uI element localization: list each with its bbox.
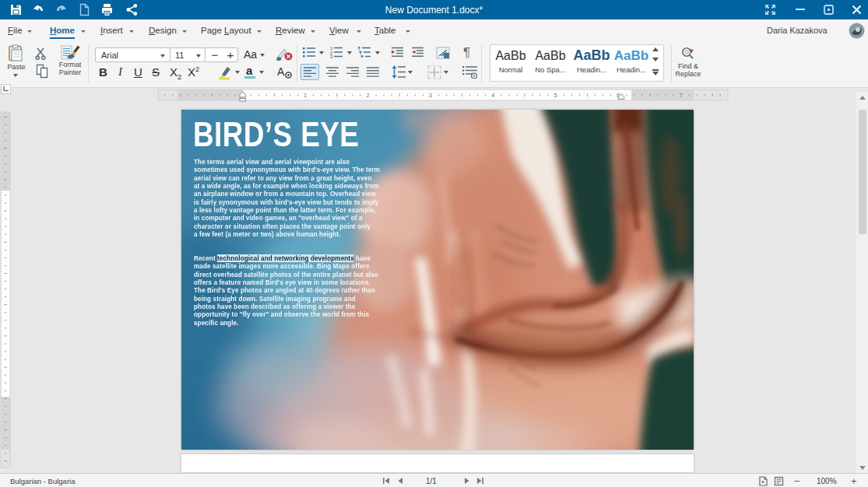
- svg-text:2: 2: [366, 92, 369, 99]
- svg-text:4: 4: [491, 92, 494, 99]
- svg-text:3: 3: [330, 54, 333, 58]
- svg-text:5: 5: [554, 92, 557, 99]
- svg-text:1: 1: [304, 92, 307, 99]
- svg-text:7: 7: [679, 92, 682, 99]
- svg-text:3: 3: [429, 92, 432, 99]
- svg-text:A: A: [277, 65, 285, 78]
